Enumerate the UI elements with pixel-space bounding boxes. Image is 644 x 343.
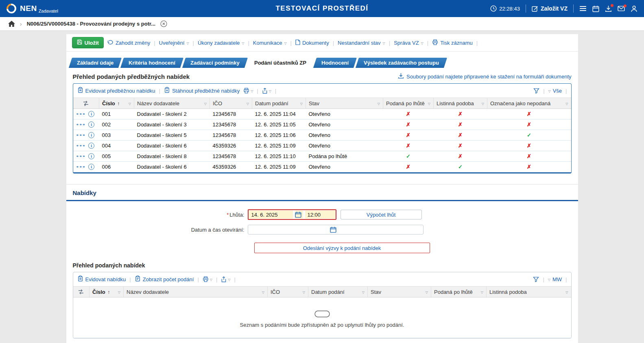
- tab-vysledek-postupu[interactable]: Výsledek zadávacího postupu: [356, 58, 447, 68]
- col-header-stav[interactable]: Stav▽: [368, 287, 431, 297]
- tab-zadavaci-podminky[interactable]: Zadávací podmínky: [182, 58, 248, 68]
- col-header-cislo[interactable]: Číslo ↑▽: [90, 287, 124, 297]
- downloads-icon[interactable]: [605, 5, 612, 12]
- calendar-icon[interactable]: [592, 5, 599, 12]
- mail-icon[interactable]: [618, 6, 625, 11]
- send-invite-button[interactable]: Odeslání výzvy k podání nabídek: [254, 243, 430, 253]
- filter-dropdown-icon[interactable]: ▽: [426, 291, 428, 294]
- filter-icon[interactable]: [533, 88, 539, 93]
- communication-menu[interactable]: Komunikace▽: [253, 40, 287, 46]
- breadcrumb-item[interactable]: N006/25/V00005438 - Provozování prodejny…: [27, 21, 155, 27]
- show-submission-count-button[interactable]: Zobrazit počet podání: [135, 276, 194, 283]
- table-row[interactable]: ∘∘∘i004Dodavatel - školení 64535932612. …: [73, 141, 571, 151]
- col-header-ico[interactable]: IČO▽: [268, 287, 308, 297]
- row-menu-icon[interactable]: ∘∘∘: [76, 164, 86, 169]
- column-settings-icon[interactable]: [76, 100, 96, 106]
- row-menu-icon[interactable]: ∘∘∘: [76, 143, 86, 148]
- tab-podani-ucastniku-zp[interactable]: Podání účastníků ZP: [246, 58, 314, 68]
- flag-cell: ✗: [434, 119, 487, 130]
- col-header-nazev[interactable]: Název dodavatele▽: [124, 287, 268, 297]
- tab-hodnoceni[interactable]: Hodnocení: [313, 58, 357, 68]
- vz-admin-menu[interactable]: Správa VZ▽: [394, 40, 424, 46]
- view-selector[interactable]: ▽ MW: [548, 276, 562, 282]
- table-row[interactable]: ∘∘∘i006Dodavatel - školení 64535932612. …: [73, 162, 571, 172]
- col-header-listinna[interactable]: Listinná podoba▽: [487, 287, 571, 297]
- filter-dropdown-icon[interactable]: ▽: [428, 102, 430, 106]
- filter-dropdown-icon[interactable]: ▽: [262, 291, 264, 294]
- register-prelim-offer-button[interactable]: Evidovat předběžnou nabídku: [77, 87, 155, 94]
- filter-dropdown-icon[interactable]: ▽: [303, 291, 305, 294]
- register-offer-button[interactable]: Evidovat nabídku: [77, 276, 126, 283]
- col-header-po-lhute[interactable]: Podaná po lhůtě▽: [383, 98, 434, 109]
- table-row[interactable]: ∘∘∘i003Dodavatel - školení 51234567812. …: [73, 130, 571, 141]
- col-header-nepodana[interactable]: Označena jako nepodaná▽: [487, 98, 571, 109]
- filter-dropdown-icon[interactable]: ▽: [129, 102, 131, 106]
- deadline-date-input[interactable]: [249, 211, 293, 219]
- row-menu-icon[interactable]: ∘∘∘: [76, 111, 86, 117]
- filter-dropdown-icon[interactable]: ▽: [247, 102, 249, 106]
- filter-dropdown-icon[interactable]: ▽: [300, 102, 303, 106]
- flag-cell: ✗: [434, 141, 487, 151]
- nen-logo[interactable]: NEN Zadavatel: [7, 4, 58, 13]
- info-icon[interactable]: i: [88, 153, 94, 159]
- calc-deadlines-button[interactable]: Výpočet lhůt: [341, 210, 422, 219]
- table-row[interactable]: ∘∘∘i001Dodavatel - školení 21234567812. …: [73, 109, 571, 119]
- filter-dropdown-icon[interactable]: ▽: [118, 291, 120, 294]
- save-button[interactable]: Uložit: [72, 37, 104, 48]
- contracting-actions-menu[interactable]: Úkony zadavatele▽: [198, 40, 245, 46]
- col-header-datum[interactable]: Datum podání▽: [308, 287, 368, 297]
- info-icon[interactable]: i: [88, 164, 94, 170]
- col-header-po-lhute[interactable]: Podaná po lhůtě▽: [431, 287, 487, 297]
- print-record-button[interactable]: Tisk záznamu: [432, 39, 473, 46]
- print-table-button[interactable]: ▽: [243, 88, 253, 93]
- menu-icon[interactable]: [579, 6, 587, 11]
- col-header-ico[interactable]: IČO▽: [210, 98, 252, 109]
- tab-zakladni-udaje[interactable]: Základní údaje: [68, 58, 121, 68]
- column-settings-header[interactable]: [73, 287, 90, 297]
- home-icon[interactable]: [8, 21, 15, 27]
- filter-icon[interactable]: [533, 277, 539, 282]
- cell-datum: 12. 6. 2025 11:05: [252, 119, 306, 130]
- publish-menu[interactable]: Uveřejnění▽: [159, 40, 189, 46]
- filter-dropdown-icon[interactable]: ▽: [204, 102, 207, 106]
- row-menu-icon[interactable]: ∘∘∘: [76, 132, 86, 138]
- filter-dropdown-icon[interactable]: ▽: [482, 102, 484, 106]
- cell-nazev: Dodavatel - školení 6: [134, 141, 210, 151]
- calendar-picker-icon[interactable]: [295, 211, 303, 219]
- info-icon[interactable]: i: [88, 143, 94, 149]
- create-vz-button[interactable]: Založit VZ: [532, 5, 568, 12]
- table-row[interactable]: ∘∘∘i002Dodavatel - školení 31234567812. …: [73, 119, 571, 130]
- export-table-button[interactable]: ▽: [262, 88, 271, 94]
- view-selector[interactable]: ▽ Vše: [548, 88, 562, 94]
- deadline-time-input[interactable]: [305, 211, 335, 219]
- documents-button[interactable]: Dokumenty: [295, 39, 329, 46]
- info-icon[interactable]: i: [88, 111, 94, 117]
- user-icon[interactable]: [631, 5, 637, 12]
- tab-kriteria-hodnoceni[interactable]: Kritéria hodnocení: [120, 58, 183, 68]
- filter-dropdown-icon[interactable]: ▽: [481, 291, 483, 294]
- info-icon[interactable]: i: [88, 132, 94, 138]
- column-settings-header[interactable]: [73, 98, 99, 109]
- col-header-stav[interactable]: Stav▽: [306, 98, 383, 109]
- calendar-picker-icon[interactable]: [330, 226, 336, 234]
- print-table-button[interactable]: ▽: [203, 276, 212, 282]
- info-icon[interactable]: i: [88, 122, 94, 128]
- close-record-icon[interactable]: [160, 20, 167, 27]
- filter-dropdown-icon[interactable]: ▽: [565, 102, 568, 106]
- col-header-nazev[interactable]: Název dodavatele▽: [134, 98, 210, 109]
- export-table-button[interactable]: ▽: [221, 276, 230, 282]
- column-settings-icon[interactable]: [76, 289, 87, 295]
- download-prelim-offers-button[interactable]: Stáhnout předběžné nabídky: [164, 87, 240, 94]
- row-menu-icon[interactable]: ∘∘∘: [76, 122, 86, 127]
- filter-dropdown-icon[interactable]: ▽: [362, 291, 365, 294]
- files-download-link[interactable]: Soubory podání najdete připravené ke sta…: [398, 73, 571, 80]
- col-header-cislo[interactable]: Číslo ↑▽: [99, 98, 134, 109]
- discard-changes-button[interactable]: Zahodit změny: [107, 40, 150, 46]
- row-menu-icon[interactable]: ∘∘∘: [76, 154, 86, 159]
- table-row[interactable]: ∘∘∘i005Dodavatel - školení 81234567812. …: [73, 151, 571, 162]
- filter-dropdown-icon[interactable]: ▽: [378, 102, 380, 106]
- col-header-datum[interactable]: Datum podání▽: [252, 98, 306, 109]
- nonstandard-state-menu[interactable]: Nestandardní stav▽: [338, 40, 385, 46]
- filter-dropdown-icon[interactable]: ▽: [565, 291, 568, 294]
- col-header-listinna[interactable]: Listinná podoba▽: [434, 98, 487, 109]
